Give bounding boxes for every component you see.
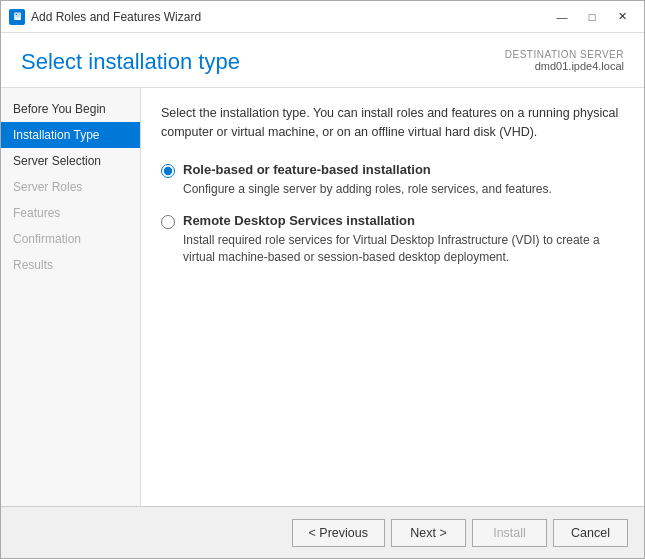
- sidebar-item-installation-type[interactable]: Installation Type: [1, 122, 140, 148]
- install-button: Install: [472, 519, 547, 547]
- next-button[interactable]: Next >: [391, 519, 466, 547]
- option-remote-desktop-label[interactable]: Remote Desktop Services installation: [161, 213, 624, 229]
- sidebar-item-server-roles: Server Roles: [1, 174, 140, 200]
- option-role-based: Role-based or feature-based installation…: [161, 162, 624, 198]
- option-role-based-description: Configure a single server by adding role…: [183, 181, 624, 198]
- destination-label: DESTINATION SERVER: [505, 49, 624, 60]
- option-role-based-label[interactable]: Role-based or feature-based installation: [161, 162, 624, 178]
- close-button[interactable]: ✕: [608, 7, 636, 27]
- sidebar-item-server-selection[interactable]: Server Selection: [1, 148, 140, 174]
- minimize-button[interactable]: —: [548, 7, 576, 27]
- content-area: Select installation type DESTINATION SER…: [1, 33, 644, 506]
- destination-server-name: dmd01.ipde4.local: [505, 60, 624, 72]
- option-role-based-title: Role-based or feature-based installation: [183, 162, 431, 177]
- sidebar: Before You Begin Installation Type Serve…: [1, 88, 141, 506]
- main-body: Before You Begin Installation Type Serve…: [1, 88, 644, 506]
- option-role-based-content: Role-based or feature-based installation: [183, 162, 431, 177]
- sidebar-item-features: Features: [1, 200, 140, 226]
- option-remote-desktop-title: Remote Desktop Services installation: [183, 213, 415, 228]
- content-panel: Select the installation type. You can in…: [141, 88, 644, 506]
- option-remote-desktop: Remote Desktop Services installation Ins…: [161, 213, 624, 266]
- window-icon: 🖥: [9, 9, 25, 25]
- sidebar-item-confirmation: Confirmation: [1, 226, 140, 252]
- sidebar-item-results: Results: [1, 252, 140, 278]
- maximize-button[interactable]: □: [578, 7, 606, 27]
- radio-remote-desktop[interactable]: [161, 215, 175, 229]
- wizard-window: 🖥 Add Roles and Features Wizard — □ ✕ Se…: [0, 0, 645, 559]
- description-text: Select the installation type. You can in…: [161, 104, 624, 142]
- previous-button[interactable]: < Previous: [292, 519, 385, 547]
- window-title: Add Roles and Features Wizard: [31, 10, 548, 24]
- option-remote-desktop-content: Remote Desktop Services installation: [183, 213, 415, 228]
- title-bar: 🖥 Add Roles and Features Wizard — □ ✕: [1, 1, 644, 33]
- window-controls: — □ ✕: [548, 7, 636, 27]
- destination-info: DESTINATION SERVER dmd01.ipde4.local: [505, 49, 624, 72]
- cancel-button[interactable]: Cancel: [553, 519, 628, 547]
- sidebar-item-before-you-begin[interactable]: Before You Begin: [1, 96, 140, 122]
- page-title: Select installation type: [21, 49, 240, 75]
- header-section: Select installation type DESTINATION SER…: [1, 33, 644, 88]
- footer: < Previous Next > Install Cancel: [1, 506, 644, 558]
- radio-role-based[interactable]: [161, 164, 175, 178]
- option-remote-desktop-description: Install required role services for Virtu…: [183, 232, 624, 266]
